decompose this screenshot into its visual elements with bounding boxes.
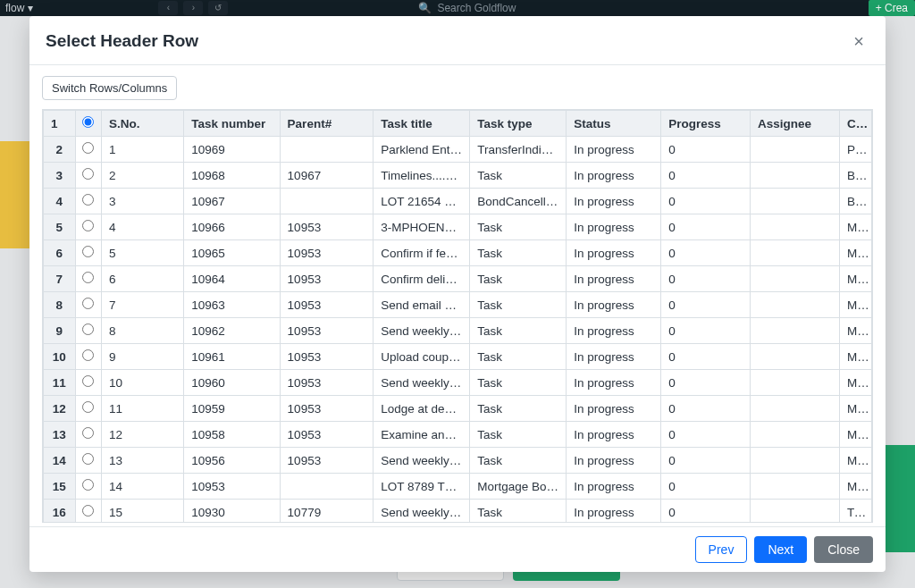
cell: 10962 bbox=[184, 318, 280, 344]
row-number: 15 bbox=[44, 474, 76, 500]
cell: 0 bbox=[661, 344, 751, 370]
table-row[interactable]: 871096310953Send email confiTaskIn progr… bbox=[44, 292, 872, 318]
row-number-header: 1 bbox=[44, 111, 76, 137]
cell: In progress bbox=[567, 396, 661, 422]
row-select-radio[interactable] bbox=[75, 266, 101, 292]
row-select-radio[interactable] bbox=[75, 474, 101, 500]
column-header: Progress bbox=[661, 111, 751, 137]
table-row[interactable]: 761096410953Confirm deliveryTaskIn progr… bbox=[44, 266, 872, 292]
cell: Mort bbox=[839, 214, 871, 240]
cell: Task bbox=[470, 448, 567, 474]
cell: Task bbox=[470, 163, 567, 189]
table-row[interactable]: 981096210953Send weekly updTaskIn progre… bbox=[44, 318, 872, 344]
cell: 10953 bbox=[280, 214, 374, 240]
cell: Mort bbox=[839, 292, 871, 318]
row-select-radio[interactable] bbox=[75, 344, 101, 370]
cell: Send weekly upd bbox=[374, 318, 470, 344]
row-select-radio[interactable] bbox=[75, 214, 101, 240]
cell: 10953 bbox=[280, 396, 374, 422]
cell: In progress bbox=[567, 318, 661, 344]
cell: Send weekly upd bbox=[374, 500, 470, 524]
table-row[interactable]: 14131095610953Send weekly updTaskIn prog… bbox=[44, 448, 872, 474]
table-row[interactable]: 651096510953Confirm if fee haTaskIn prog… bbox=[44, 240, 872, 266]
cell: In progress bbox=[567, 163, 661, 189]
cell: 0 bbox=[661, 474, 751, 500]
cell: 1 bbox=[101, 137, 183, 163]
cell: 3 bbox=[101, 189, 183, 214]
row-select-radio[interactable] bbox=[75, 163, 101, 189]
table-row[interactable]: 4310967LOT 21654 GABCBondCancellationIn … bbox=[44, 189, 872, 214]
row-select-radio[interactable] bbox=[75, 448, 101, 474]
cell bbox=[751, 137, 840, 163]
column-header: Cate bbox=[839, 111, 871, 137]
table-row[interactable]: 2110969Parklend EnterprTransferIndividua… bbox=[44, 137, 872, 163]
row-number: 8 bbox=[44, 292, 76, 318]
cell: Confirm if fee ha bbox=[374, 240, 470, 266]
cell: In progress bbox=[567, 370, 661, 396]
table-row[interactable]: 12111095910953Lodge at deeds-lTaskIn pro… bbox=[44, 396, 872, 422]
cell bbox=[751, 266, 840, 292]
row-select-radio[interactable] bbox=[75, 137, 101, 163]
cell: Send weekly upd bbox=[374, 448, 470, 474]
row-select-radio[interactable] bbox=[75, 396, 101, 422]
row-number: 9 bbox=[44, 318, 76, 344]
column-header: Task type bbox=[470, 111, 567, 137]
cell: 10964 bbox=[184, 266, 280, 292]
cell: 10953 bbox=[280, 266, 374, 292]
cell: 0 bbox=[661, 266, 751, 292]
table-row[interactable]: 151410953LOT 8789 TLOKVMortgage BondIn p… bbox=[44, 474, 872, 500]
table-row[interactable]: 16151093010779Send weekly updTaskIn prog… bbox=[44, 500, 872, 524]
cell: 0 bbox=[661, 318, 751, 344]
row-select-radio[interactable] bbox=[75, 189, 101, 214]
cell: In progress bbox=[567, 474, 661, 500]
select-header-row-modal: Select Header Row × Switch Rows/Columns … bbox=[29, 16, 886, 572]
cell: 8 bbox=[101, 318, 183, 344]
row-select-radio[interactable] bbox=[75, 292, 101, 318]
table-row[interactable]: 11101096010953Send weekly updTaskIn prog… bbox=[44, 370, 872, 396]
row-select-radio[interactable] bbox=[75, 240, 101, 266]
cell: Task bbox=[470, 292, 567, 318]
close-icon[interactable]: × bbox=[848, 29, 869, 54]
cell: Parklend Enterpr bbox=[374, 137, 470, 163]
cell: Upload coupa-LC bbox=[374, 344, 470, 370]
header-row-table[interactable]: 1S.No.Task numberParent#Task titleTask t… bbox=[42, 109, 873, 523]
cell: 13 bbox=[101, 448, 183, 474]
cell: 10967 bbox=[184, 189, 280, 214]
cell: In progress bbox=[567, 422, 661, 448]
switch-rows-columns-button[interactable]: Switch Rows/Columns bbox=[42, 76, 177, 100]
cell: Tran bbox=[839, 500, 871, 524]
row-number: 12 bbox=[44, 396, 76, 422]
prev-button[interactable]: Prev bbox=[695, 536, 748, 563]
cell: Mortgage Bond bbox=[470, 474, 567, 500]
row-select-radio[interactable] bbox=[75, 500, 101, 524]
column-header: Parent# bbox=[280, 111, 374, 137]
modal-title: Select Header Row bbox=[46, 31, 198, 51]
row-select-radio[interactable] bbox=[75, 422, 101, 448]
cell: 10963 bbox=[184, 292, 280, 318]
cell: 0 bbox=[661, 240, 751, 266]
row-number: 11 bbox=[44, 370, 76, 396]
cell bbox=[751, 422, 840, 448]
cell bbox=[751, 189, 840, 214]
row-select-header[interactable] bbox=[75, 111, 101, 137]
next-button[interactable]: Next bbox=[754, 536, 807, 563]
cell bbox=[280, 137, 374, 163]
row-select-radio[interactable] bbox=[75, 318, 101, 344]
cell bbox=[751, 214, 840, 240]
modal-body: Switch Rows/Columns 1S.No.Task numberPar… bbox=[29, 64, 886, 526]
row-select-radio[interactable] bbox=[75, 370, 101, 396]
cell: Mort bbox=[839, 422, 871, 448]
cell: 10959 bbox=[184, 396, 280, 422]
column-header: S.No. bbox=[101, 111, 183, 137]
table-row[interactable]: 5410966109533-MPHOENTLE NTaskIn progress… bbox=[44, 214, 872, 240]
cell: Payn bbox=[839, 137, 871, 163]
cell: Task bbox=[470, 266, 567, 292]
table-row[interactable]: 321096810967Timelines....LOTTaskIn progr… bbox=[44, 163, 872, 189]
table-row[interactable]: 13121095810953Examine and conTaskIn prog… bbox=[44, 422, 872, 448]
table-row[interactable]: 1091096110953Upload coupa-LCTaskIn progr… bbox=[44, 344, 872, 370]
cell: Confirm delivery bbox=[374, 266, 470, 292]
cell: 5 bbox=[101, 240, 183, 266]
close-button[interactable]: Close bbox=[814, 536, 873, 563]
cell: 14 bbox=[101, 474, 183, 500]
cell: Mort bbox=[839, 240, 871, 266]
